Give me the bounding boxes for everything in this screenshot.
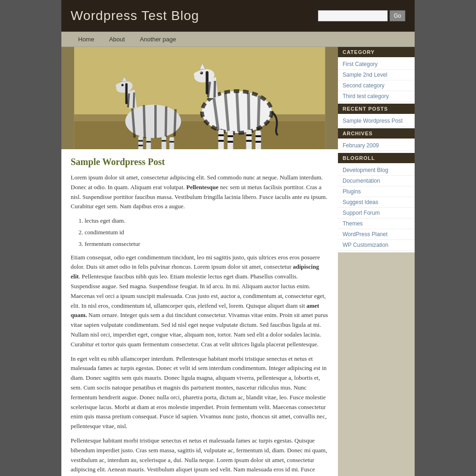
blogroll-link[interactable]: Plugins: [338, 186, 415, 197]
list-item: Sample 2nd Level: [338, 70, 415, 80]
svg-rect-47: [162, 136, 166, 149]
nav-link-another-page[interactable]: Another page: [132, 32, 184, 46]
category-link[interactable]: Second category: [338, 80, 415, 91]
category-link[interactable]: Sample 2nd Level: [338, 70, 415, 80]
list-item: February 2009: [338, 140, 415, 151]
svg-rect-1: [74, 117, 325, 149]
svg-line-12: [215, 81, 215, 98]
list-item: WordPress Planet: [338, 229, 415, 240]
list-item: Third test category: [338, 91, 415, 102]
nav-list: Home About Another page: [71, 32, 405, 46]
nav-item-about[interactable]: About: [102, 32, 132, 46]
svg-line-8: [249, 93, 249, 132]
post-content: Lorem ipsum dolor sit amet, consectetur …: [71, 173, 329, 476]
blogroll-widget: BLOGROLL Development Blog Documentation …: [338, 153, 415, 252]
site-title: Wordpress Test Blog: [71, 8, 199, 23]
list-item: Sample Wordpress Post: [338, 116, 415, 126]
list-item: Themes: [338, 218, 415, 229]
post-paragraph-4: Pellentesque habitant morbi tristique se…: [71, 436, 329, 476]
post-list: lectus eget diam. condimentum id ferment…: [85, 216, 329, 249]
svg-point-17: [201, 72, 202, 73]
list-item: Plugins: [338, 186, 415, 197]
svg-rect-20: [228, 131, 233, 149]
list-item: WP Customization: [338, 240, 415, 251]
list-item: Development Blog: [338, 165, 415, 176]
recent-post-link[interactable]: Sample Wordpress Post: [338, 116, 415, 126]
list-item: Support Forum: [338, 208, 415, 218]
sidebar: CATEGORY First Category Sample 2nd Level…: [338, 47, 415, 476]
category-widget-title: CATEGORY: [338, 47, 415, 57]
category-widget: CATEGORY First Category Sample 2nd Level…: [338, 47, 415, 104]
header: Wordpress Test Blog Go: [61, 0, 415, 32]
list-item: Suggest Ideas: [338, 197, 415, 208]
blogroll-link[interactable]: WP Customization: [338, 240, 415, 250]
blogroll-link[interactable]: Support Forum: [338, 208, 415, 218]
recent-posts-widget-title: RECENT POSTS: [338, 104, 415, 114]
list-item: First Category: [338, 59, 415, 70]
recent-posts-widget: RECENT POSTS Sample Wordpress Post: [338, 104, 415, 128]
archives-widget: ARCHIVES February 2009: [338, 128, 415, 153]
svg-rect-44: [126, 83, 128, 104]
svg-line-9: [258, 96, 259, 130]
blogroll-list: Development Blog Documentation Plugins S…: [338, 165, 415, 251]
post-bold-2: adipiscing elit: [71, 263, 319, 280]
post-paragraph-3: In eget velit eu nibh ullamcorper interd…: [71, 354, 329, 431]
nav-item-another-page[interactable]: Another page: [132, 32, 184, 46]
svg-point-43: [121, 84, 124, 86]
list-item: condimentum id: [85, 228, 329, 238]
post-bold-1: Pellentesque: [186, 184, 218, 191]
svg-rect-18: [206, 71, 209, 94]
category-link[interactable]: Third test category: [338, 91, 415, 101]
archive-link[interactable]: February 2009: [338, 140, 415, 151]
list-item: fermentum consectetur: [85, 239, 329, 249]
content-area: Sample Wordpress Post Lorem ipsum dolor …: [61, 47, 415, 476]
blogroll-link[interactable]: Themes: [338, 218, 415, 229]
nav-link-about[interactable]: About: [102, 32, 132, 46]
category-link[interactable]: First Category: [338, 59, 415, 69]
nav-item-home[interactable]: Home: [71, 32, 102, 46]
svg-line-39: [134, 93, 134, 108]
svg-line-38: [128, 93, 129, 107]
blogroll-link[interactable]: Documentation: [338, 176, 415, 186]
search-input[interactable]: [318, 10, 388, 21]
post: Sample Wordpress Post Lorem ipsum dolor …: [61, 149, 338, 476]
svg-rect-2: [74, 114, 325, 121]
archives-widget-content: February 2009: [338, 139, 415, 153]
svg-line-33: [144, 105, 145, 138]
svg-line-35: [166, 106, 166, 137]
search-form: Go: [318, 10, 405, 21]
nav-bar: Home About Another page: [61, 32, 415, 47]
blogroll-link[interactable]: Suggest Ideas: [338, 197, 415, 207]
hero-image: [61, 47, 338, 149]
svg-rect-21: [246, 130, 252, 149]
blogroll-link[interactable]: WordPress Planet: [338, 229, 415, 239]
search-button[interactable]: Go: [390, 10, 405, 21]
recent-posts-widget-content: Sample Wordpress Post: [338, 114, 415, 128]
post-paragraph-2: Etiam consequat, odio eget condimentum t…: [71, 253, 329, 350]
hero-svg: [61, 47, 338, 149]
svg-point-16: [200, 72, 203, 74]
category-list: First Category Sample 2nd Level Second c…: [338, 59, 415, 102]
post-title: Sample Wordpress Post: [71, 157, 329, 167]
recent-posts-list: Sample Wordpress Post: [338, 116, 415, 126]
list-item: lectus eget diam.: [85, 216, 329, 226]
blogroll-link[interactable]: Development Blog: [338, 165, 415, 175]
list-item: Second category: [338, 80, 415, 91]
category-widget-content: First Category Sample 2nd Level Second c…: [338, 57, 415, 104]
main-content: Sample Wordpress Post Lorem ipsum dolor …: [61, 47, 338, 476]
post-bold-3: amet quam.: [71, 302, 319, 319]
svg-rect-22: [256, 131, 261, 149]
svg-line-36: [175, 109, 176, 136]
svg-rect-45: [139, 136, 143, 149]
svg-rect-46: [146, 137, 151, 149]
svg-rect-48: [170, 137, 174, 149]
archives-widget-title: ARCHIVES: [338, 128, 415, 139]
post-paragraph-1: Lorem ipsum dolor sit amet, consectetur …: [71, 173, 329, 212]
svg-rect-19: [218, 130, 224, 149]
svg-line-7: [237, 92, 239, 132]
page-wrapper: Wordpress Test Blog Go Home About Anothe…: [61, 0, 415, 476]
nav-link-home[interactable]: Home: [71, 32, 102, 46]
blogroll-widget-title: BLOGROLL: [338, 153, 415, 163]
archives-list: February 2009: [338, 140, 415, 151]
list-item: Documentation: [338, 176, 415, 186]
